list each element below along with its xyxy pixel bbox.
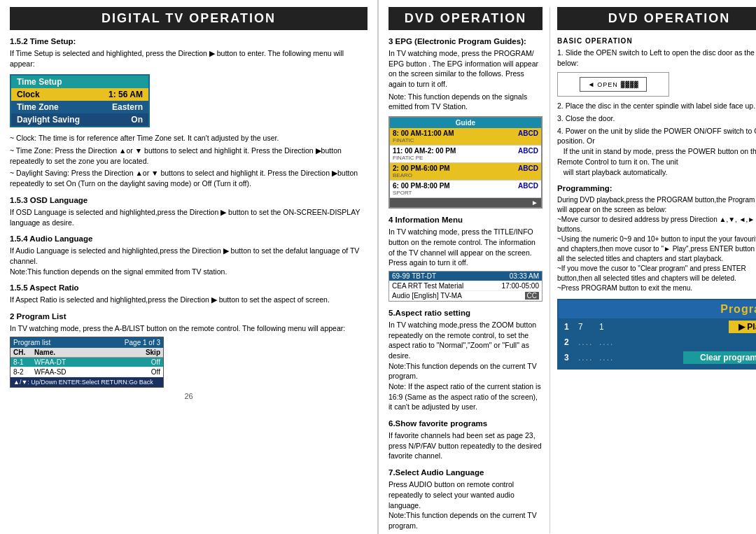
program-list-box: Program list Page 1 of 3 CH. Name. Skip …	[10, 337, 164, 388]
info-time: 03:33 AM	[510, 272, 539, 280]
clear-program-button[interactable]: Clear program	[683, 351, 756, 364]
info-time2: 17:00-05:00	[502, 282, 539, 290]
dvd-col: DVD OPERATION BASIC OPERATION 1. Slide t…	[550, 7, 756, 533]
info-row-2: CEA RRT Test Material 17:00-05:00	[389, 281, 542, 291]
clock-note: ~ Clock: The time is for reference after…	[10, 133, 368, 143]
open-arrow: ◄	[587, 80, 594, 88]
epg-row-2: 11: 00 AM-2: 00 PM FINATIC PE ABCD	[390, 146, 541, 163]
section-3: 3 EPG (Electronic Program Guides): In TV…	[388, 37, 542, 209]
digital-tv-title: DIGITAL TV OPERATION	[10, 7, 368, 30]
epg-ch-1: FINATIC	[393, 137, 518, 143]
epg-time-2: 11: 00 AM-2: 00 PM	[393, 147, 518, 155]
basic-op-step3: 3. Close the door.	[557, 113, 756, 124]
tv-right-col: DVD OPERATION 3 EPG (Electronic Program …	[388, 7, 550, 533]
open-label: OPEN	[597, 81, 618, 88]
epg-header: Guide	[390, 118, 541, 128]
epg-row-1: 8: 00 AM-11:00 AM FINATIC ABCD	[390, 128, 541, 146]
digital-tv-section: DIGITAL TV OPERATION 1.5.2 Time Setup: I…	[0, 0, 378, 534]
section-155-heading: 1.5.5 Aspect Ratio	[10, 283, 368, 292]
section-6-body: If favorite channels had been set as pag…	[388, 430, 542, 461]
dvd-title: DVD OPERATION	[388, 7, 542, 30]
epg-code-2: ABCD	[518, 147, 538, 161]
section-7-heading: 7.Select Audio Language	[388, 468, 542, 477]
section-3-note: Note: This function depends on the signa…	[388, 92, 542, 112]
basic-op-heading: BASIC OPERATION	[557, 37, 756, 45]
section-6-heading: 6.Show favorite programs	[388, 419, 542, 428]
section-4-heading: 4 Information Menu	[388, 216, 542, 224]
epg-time-4: 6: 00 PM-8:00 PM	[393, 182, 518, 190]
section-5-heading: 5.Aspect ratio setting	[388, 309, 542, 317]
section-7: 7.Select Audio Language Press AUDIO butt…	[388, 468, 542, 531]
dvd-program-ui: Program 1 7 1 ▶ Play 2 .... .... 3 .	[557, 299, 756, 370]
prog-row-1-ch: 8-1	[13, 358, 34, 366]
timezone-note: ~ Time Zone: Press the Direction ▲or ▼ b…	[10, 146, 368, 166]
section-5: 5.Aspect ratio setting In TV watching mo…	[388, 309, 542, 412]
time-setup-title: Time Setup	[11, 76, 148, 88]
prog-row-2-name: WFAA-SD	[34, 368, 139, 376]
section-6: 6.Show favorite programs If favorite cha…	[388, 419, 542, 461]
open-switch-diagram: ◄ OPEN ▓▓▓▓	[557, 72, 669, 97]
section-2: 2 Program List In TV watching mode, pres…	[10, 312, 368, 388]
epg-arrow: ►	[390, 198, 541, 207]
section-2-heading: 2 Program List	[10, 312, 368, 321]
epg-box: Guide 8: 00 AM-11:00 AM FINATIC ABCD 11:…	[388, 116, 542, 209]
prog-list-header-right: Page 1 of 3	[125, 339, 160, 346]
time-setup-ui: Time Setup Clock 1: 56 AM Time Zone East…	[10, 74, 150, 127]
prog-row-2: 8-2 WFAA-SD Off	[10, 367, 163, 377]
info-cc: CC	[525, 292, 539, 300]
open-switch-inner: ◄ OPEN ▓▓▓▓	[580, 77, 646, 92]
basic-op-step4: 4. Power on the unit by slide the POWER …	[557, 126, 756, 177]
section-154: 1.5.4 Audio Language If Audio Language i…	[10, 234, 368, 276]
section-2-body: In TV watching mode, press the A-B/LIST …	[10, 323, 368, 334]
section-152: 1.5.2 Time Setup: If Time Setup is selec…	[10, 37, 368, 189]
basic-op-step2: 2. Place the disc in the center spindle …	[557, 101, 756, 111]
dvd-program-title: Program	[559, 300, 756, 318]
epg-row-4: 6: 00 PM-8:00 PM SPORT ABCD	[390, 181, 541, 198]
dvd-row3-val1: ....	[578, 353, 599, 363]
section-153: 1.5.3 OSD Language If OSD Language is se…	[10, 196, 368, 227]
info-ch: 69-99 TBT-DT	[392, 272, 436, 280]
epg-ch-3: BEARO	[393, 172, 518, 178]
prog-row-1: 8-1 WFAA-DT Off	[10, 358, 163, 367]
programming-body: During DVD playback,press the PROGRAM bu…	[557, 195, 756, 293]
prog-list-header: Program list Page 1 of 3	[10, 337, 163, 348]
prog-row-1-name: WFAA-DT	[34, 358, 139, 366]
prog-row-2-skip: Off	[139, 368, 160, 376]
dvd-section-title: DVD OPERATION	[557, 7, 756, 30]
prog-list-col-header: CH. Name. Skip	[10, 348, 163, 358]
dvd-row2-val2: ....	[599, 337, 756, 347]
section-152-heading: 1.5.2 Time Setup:	[10, 37, 368, 45]
epg-ch-2: FINATIC PE	[393, 155, 518, 161]
epg-code-1: ABCD	[518, 129, 538, 143]
section-154-body: If Audio Language is selected and highli…	[10, 246, 368, 276]
daylight-label: Daylight Saving	[17, 115, 80, 125]
section-153-body: If OSD Language is selected and highligh…	[10, 207, 368, 227]
section-153-heading: 1.5.3 OSD Language	[10, 196, 368, 204]
section-155: 1.5.5 Aspect Ratio If Aspect Ratio is se…	[10, 283, 368, 305]
prog-row-1-skip: Off	[139, 358, 160, 366]
clock-value: 1: 56 AM	[108, 90, 143, 99]
section-3-heading: 3 EPG (Electronic Program Guides):	[388, 37, 542, 45]
col-skip: Skip	[139, 349, 160, 356]
dvd-prog-row-3: 3 .... .... Clear program	[559, 349, 756, 368]
epg-code-3: ABCD	[518, 164, 538, 178]
section-155-body: If Aspect Ratio is selected and highligh…	[10, 295, 368, 305]
epg-code-4: ABCD	[518, 182, 538, 196]
dvd-row1-val1: 7	[578, 322, 599, 332]
time-setup-daylight-row: Daylight Saving On	[11, 113, 148, 126]
dvd-row3-num: 3	[564, 353, 578, 363]
basic-op-step1: 1. Slide the OPEN switch to Left to open…	[557, 48, 756, 68]
section-4: 4 Information Menu In TV watching mode, …	[388, 216, 542, 302]
epg-time-3: 2: 00 PM-6:00 PM	[393, 164, 518, 172]
open-texture: ▓▓▓▓	[621, 81, 639, 88]
play-button[interactable]: ▶ Play	[729, 321, 756, 333]
info-row-1: 69-99 TBT-DT 03:33 AM	[389, 272, 542, 281]
prog-list-header-left: Program list	[13, 339, 50, 346]
prog-list-footer: ▲/▼: Up/Down ENTER:Select RETURN:Go Back	[10, 377, 163, 387]
dvd-row2-val1: ....	[578, 337, 599, 347]
section-154-heading: 1.5.4 Audio Language	[10, 234, 368, 243]
clock-label: Clock	[17, 90, 40, 99]
col-name: Name.	[34, 349, 139, 356]
info-box: 69-99 TBT-DT 03:33 AM CEA RRT Test Mater…	[388, 271, 542, 302]
section-5-body: In TV watching mode,press the ZOOM butto…	[388, 320, 542, 412]
